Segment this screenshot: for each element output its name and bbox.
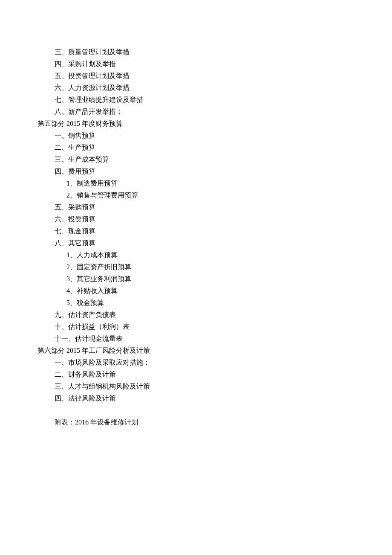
outline-line: 第五部分 2015 年度财务预算 xyxy=(37,118,355,130)
outline-line: 六、投资预算 xyxy=(37,213,355,225)
outline-line: 八、其它预算 xyxy=(37,237,355,249)
outline-line: 四、采购计划及举措 xyxy=(37,58,355,70)
outline-list: 三、质量管理计划及举措四、采购计划及举措五、投资管理计划及举措六、人力资源计划及… xyxy=(37,46,355,404)
outline-line: 三、人才与组钢机构风险及计策 xyxy=(37,381,355,392)
outline-line: 五、投资管理计划及举措 xyxy=(37,70,355,82)
outline-line: 一、销售预算 xyxy=(37,130,355,142)
outline-line: 四、法律风险及计策 xyxy=(37,392,355,404)
outline-line: 四、费用预算 xyxy=(37,166,355,177)
outline-line: 十、估计损益（利润）表 xyxy=(37,321,355,333)
outline-line: 一、市场风险及采取应对措施： xyxy=(37,357,355,369)
outline-line: 九、估计资产负债表 xyxy=(37,309,355,321)
outline-line: 5、税金预算 xyxy=(37,297,355,309)
outline-line: 三、质量管理计划及举措 xyxy=(37,46,355,58)
outline-line: 八、新产品开发举措： xyxy=(37,106,355,118)
outline-line: 三、生产成本预算 xyxy=(37,154,355,166)
outline-line: 二、生产预算 xyxy=(37,142,355,154)
appendix-line: 附表：2016 年设备维修计划 xyxy=(37,416,355,428)
outline-line: 1、制造费用预算 xyxy=(37,177,355,189)
outline-line: 二、财务风险及计策 xyxy=(37,369,355,381)
outline-line: 七、管理业绩提升建设及举措 xyxy=(37,94,355,106)
outline-line: 七、现金预算 xyxy=(37,225,355,237)
outline-line: 2、固定资产折旧预算 xyxy=(37,261,355,273)
outline-line: 五、采购预算 xyxy=(37,201,355,213)
outline-line: 2、销售与管理费用预算 xyxy=(37,189,355,201)
document-body: 三、质量管理计划及举措四、采购计划及举措五、投资管理计划及举措六、人力资源计划及… xyxy=(37,46,355,428)
outline-line: 六、人力资源计划及举措 xyxy=(37,82,355,94)
outline-line: 4、补贴收入预算 xyxy=(37,285,355,297)
outline-line: 第六部分 2015 年工厂风险分析及计策 xyxy=(37,345,355,357)
outline-line: 3、其它业务利润预算 xyxy=(37,273,355,285)
outline-line: 十一、估计现金流量表 xyxy=(37,333,355,345)
outline-line: 1、人力成本预算 xyxy=(37,249,355,261)
